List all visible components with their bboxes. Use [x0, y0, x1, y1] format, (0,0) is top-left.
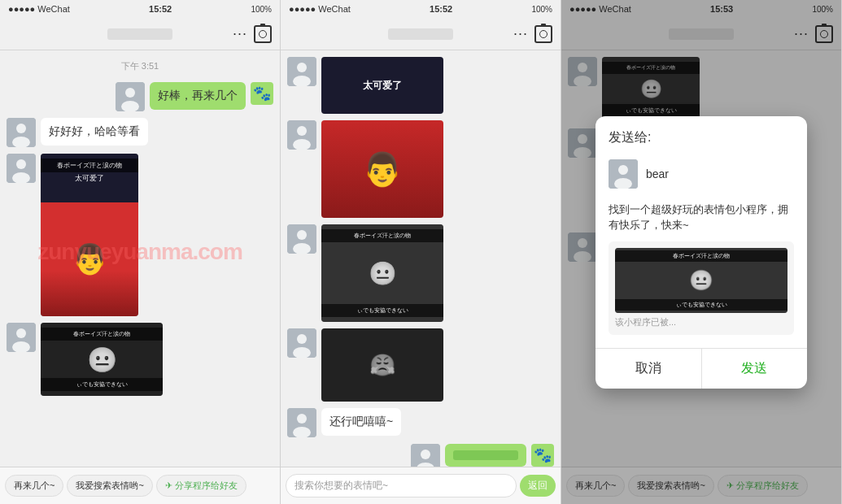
- btn-search-1[interactable]: 我爱搜索表情哟~: [67, 475, 152, 497]
- img-dark-small: 春ボーイズ汗と涙の物 😐 ぃでも安協できない: [41, 323, 163, 396]
- chat-area-2: 太可爱了 👨: [281, 50, 561, 467]
- avatar-red-med: [287, 120, 316, 150]
- svg-point-19: [297, 230, 307, 240]
- dialog-confirm-btn[interactable]: 发送: [702, 349, 808, 389]
- img-dark-medium: 😤: [321, 328, 443, 402]
- timestamp-1: 下午 3:51: [7, 60, 273, 72]
- dialog-avatar: [609, 159, 638, 189]
- panel-2: ●●●●● WeChat 15:52 100% ··· 太可爱了: [281, 0, 561, 504]
- dialog-recipient-name: bear: [646, 167, 669, 180]
- img-jp-medium: 春ボーイズ汗と涙の物 😐 ぃでも安協できない: [321, 224, 443, 322]
- sticker-mine-2: 🐾: [531, 444, 554, 467]
- dialog-overlay: 发送给: bear 找到一个超级好玩的表情包小程序，拥有快乐了，快来~: [561, 0, 841, 504]
- battery-1: 100%: [251, 5, 272, 14]
- img-red-tall: 太可爱了 👨 春ボーイズ汗と涙の物: [41, 154, 138, 316]
- msg-row-mine-1: 🐾 好棒，再来几个: [7, 82, 273, 111]
- bubble-other-1: 好好好，哈哈等看: [41, 118, 148, 146]
- svg-point-43: [618, 165, 628, 175]
- sticker-mine-1: 🐾: [251, 82, 273, 105]
- svg-point-4: [16, 124, 26, 133]
- nav-bar-2: ···: [281, 18, 561, 50]
- svg-point-28: [421, 450, 430, 459]
- msg-row-text-3: 还行吧嘻嘻~: [287, 408, 554, 437]
- btn-share-1[interactable]: ✈ 分享程序给好友: [156, 475, 246, 497]
- nav-dots-1[interactable]: ···: [233, 25, 247, 42]
- avatar-text-3: [287, 408, 316, 437]
- dialog: 发送给: bear 找到一个超级好玩的表情包小程序，拥有快乐了，快来~: [596, 116, 807, 389]
- search-input-2[interactable]: 搜索你想要的表情吧~: [286, 474, 517, 497]
- msg-row-red-med: 👨: [287, 120, 554, 218]
- svg-point-25: [297, 414, 307, 424]
- svg-point-7: [16, 159, 26, 169]
- msg-row-caption: 太可爱了: [287, 57, 554, 114]
- battery-2: 100%: [531, 5, 552, 14]
- camera-btn-1[interactable]: [254, 25, 272, 43]
- time-1: 15:52: [149, 4, 172, 14]
- avatar-mine-1: [116, 82, 145, 111]
- dialog-cancel-btn[interactable]: 取消: [596, 349, 702, 389]
- camera-btn-2[interactable]: [534, 25, 552, 43]
- status-bar-2: ●●●●● WeChat 15:52 100%: [281, 0, 561, 18]
- status-bar-1: ●●●●● WeChat 15:52 100%: [0, 0, 280, 18]
- bubble-mine-1: 好棒，再来几个: [150, 82, 246, 110]
- svg-point-13: [297, 63, 307, 72]
- dialog-recipient: bear: [596, 153, 807, 195]
- panel-3: ●●●●● WeChat 15:53 100% ··· 春ボーイズ汗と涙の物: [561, 0, 842, 504]
- dialog-message: 找到一个超级好玩的表情包小程序，拥有快乐了，快来~: [609, 202, 794, 233]
- dialog-preview: 春ボーイズ汗と涙の物 😐 ぃでも安協できない 该小程序已被...: [609, 241, 794, 335]
- msg-row-mine-2: 🐾: [287, 444, 554, 467]
- nav-bar-1: ···: [0, 18, 280, 50]
- avatar-img-1: [7, 154, 36, 183]
- signal-1: ●●●●● WeChat: [8, 4, 70, 14]
- img-caption: 太可爱了: [321, 57, 443, 114]
- nav-dots-2[interactable]: ···: [513, 25, 528, 42]
- dialog-preview-text: 该小程序已被...: [615, 316, 787, 328]
- dialog-actions: 取消 发送: [596, 348, 807, 389]
- dialog-preview-img: 春ボーイズ汗と涙の物 😐 ぃでも安協できない: [615, 248, 787, 313]
- bubble-mine-2: [445, 444, 526, 467]
- signal-2: ●●●●● WeChat: [289, 4, 351, 14]
- svg-point-16: [297, 126, 307, 136]
- dialog-title: 发送给:: [596, 116, 807, 153]
- avatar-caption: [287, 57, 316, 86]
- img-red-medium: 👨: [321, 120, 443, 218]
- chat-area-1: 下午 3:51 🐾 好棒，再来几个: [0, 50, 280, 467]
- bottom-bar-2: 搜索你想要的表情吧~ 返回: [281, 467, 561, 504]
- msg-row-jp-med: 春ボーイズ汗と涙の物 😐 ぃでも安協できない: [287, 224, 554, 322]
- time-2: 15:52: [430, 4, 452, 14]
- bottom-bar-1: 再来几个~ 我爱搜索表情哟~ ✈ 分享程序给好友: [0, 467, 280, 504]
- svg-point-10: [16, 328, 26, 338]
- back-btn-2[interactable]: 返回: [520, 475, 556, 497]
- avatar-other-1: [7, 118, 36, 147]
- avatar-dark-med: [287, 328, 316, 358]
- bubble-text-3: 还行吧嘻嘻~: [321, 408, 401, 436]
- btn-more-1[interactable]: 再来几个~: [5, 475, 63, 497]
- svg-point-22: [297, 334, 307, 344]
- msg-row-img-1: 太可爱了 👨 春ボーイズ汗と涙の物: [7, 154, 273, 316]
- msg-row-darkface-1: 春ボーイズ汗と涙の物 😐 ぃでも安協できない: [7, 323, 273, 396]
- avatar-darkface-1: [7, 323, 36, 352]
- msg-row-dark-med: 😤: [287, 328, 554, 402]
- avatar-jp-med: [287, 224, 316, 254]
- dialog-content: 找到一个超级好玩的表情包小程序，拥有快乐了，快来~ 春ボーイズ汗と涙の物 😐 ぃ…: [596, 195, 807, 348]
- svg-point-1: [125, 88, 135, 98]
- msg-row-other-1: 好好好，哈哈等看: [7, 118, 273, 147]
- avatar-mine-2: [411, 444, 440, 467]
- panel-1: ●●●●● WeChat 15:52 100% ··· 下午 3:51 🐾 好棒…: [0, 0, 281, 504]
